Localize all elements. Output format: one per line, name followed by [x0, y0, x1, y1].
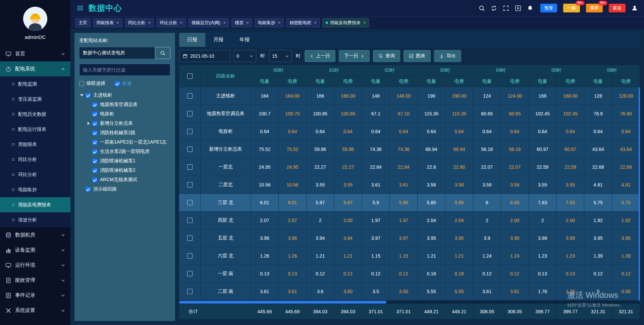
open-tab[interactable]: 环比分析×	[156, 18, 186, 28]
submenu-item[interactable]: 环比分析	[0, 167, 70, 182]
cascade-select-checkbox[interactable]: 级联选择	[79, 80, 105, 87]
close-icon[interactable]: ×	[363, 20, 366, 25]
horizontal-scrollbar[interactable]	[179, 301, 640, 304]
next-day-button[interactable]: 下一日	[339, 50, 370, 62]
sidebar-item-device-monitor[interactable]: 设备监测	[0, 242, 70, 258]
table-row[interactable]: 主进线柜184184.00166166.00148148.00190190.00…	[179, 87, 640, 105]
hamburger-menu-icon[interactable]	[76, 4, 84, 12]
open-tab[interactable]: 精密配电柜×	[286, 18, 320, 28]
row-checkbox[interactable]	[187, 218, 193, 223]
tree-checkbox[interactable]	[92, 112, 97, 117]
table-row[interactable]: 新增分立柜总表75.5275.5259.9659.9674.3674.3668.…	[179, 141, 640, 158]
prev-day-button[interactable]: 上一日	[305, 50, 335, 62]
submenu-item[interactable]: 同比分析	[0, 152, 70, 167]
horizontal-scrollbar-thumb[interactable]	[179, 301, 386, 304]
tree-node[interactable]: 消防喷淋机械泵2	[79, 166, 170, 175]
sidebar-item-home[interactable]: 首页	[0, 46, 70, 61]
close-icon[interactable]: ×	[223, 20, 226, 25]
tree-node[interactable]: 一层南1APE2右一层北1APE1左	[79, 138, 170, 147]
tree-checkbox[interactable]	[92, 102, 97, 107]
open-tab[interactable]: 电能集抄×	[255, 18, 284, 28]
sidebar-item-data-room[interactable]: 数据机房	[0, 227, 70, 242]
row-checkbox[interactable]	[187, 289, 193, 294]
select-all-checkbox[interactable]: 全选	[115, 80, 131, 87]
submenu-item[interactable]: 配电运行报表	[0, 122, 70, 137]
row-checkbox[interactable]	[187, 93, 193, 99]
table-row[interactable]: 二层 南3.613.613.63.603.53.505.555.553.613.…	[179, 283, 640, 301]
tree-checkbox[interactable]	[86, 93, 91, 98]
hour-to-select[interactable]: 15	[269, 50, 292, 62]
close-icon[interactable]: ×	[180, 20, 182, 25]
sidebar-item-runtime-environment[interactable]: 运行环境	[0, 258, 70, 273]
tree-checkbox[interactable]	[92, 159, 97, 164]
caret-right-icon[interactable]	[86, 122, 91, 125]
tree-checkbox[interactable]	[92, 130, 97, 136]
table-row[interactable]: 电容柜0.640.640.640.640.640.640.640.640.640…	[179, 123, 640, 141]
caret-down-icon[interactable]	[79, 94, 85, 96]
station-search-button[interactable]	[155, 47, 170, 59]
submenu-item[interactable]: 配电历史数据	[0, 107, 70, 122]
user-icon[interactable]	[631, 5, 638, 11]
sidebar-item-energy-management[interactable]: 能效管理	[0, 273, 70, 288]
close-icon[interactable]: ×	[246, 20, 249, 25]
keyword-filter-input[interactable]	[79, 64, 170, 76]
close-icon[interactable]: ×	[148, 20, 151, 25]
tree-checkbox[interactable]	[92, 149, 97, 154]
alert-important-button[interactable]: 重要99+	[586, 4, 603, 12]
tree-node[interactable]: 主进线柜	[79, 91, 170, 100]
open-tab-active[interactable]: 用能及电费报表×	[322, 18, 369, 28]
topbar-translate-icon[interactable]: A	[515, 5, 521, 11]
row-checkbox[interactable]	[187, 200, 193, 205]
table-row[interactable]: 三层 北6.016.015.875.875.95.905.855.8566.00…	[179, 194, 640, 212]
tree-node[interactable]: 电容柜	[79, 109, 170, 119]
submenu-item[interactable]: 用能报表	[0, 137, 70, 152]
chart-button[interactable]: 图表	[404, 50, 431, 62]
table-row[interactable]: 二层北10.5610.563.553.553.613.613.583.583.5…	[179, 176, 640, 194]
row-checkbox[interactable]	[187, 164, 193, 170]
topbar-notification-icon[interactable]	[527, 5, 533, 11]
submenu-item[interactable]: 用能及电费报表	[0, 197, 70, 212]
open-tab[interactable]: 主页	[75, 18, 91, 28]
row-checkbox[interactable]	[187, 111, 193, 116]
tree-checkbox[interactable]	[92, 121, 97, 126]
report-tab-active[interactable]: 日报	[179, 33, 205, 47]
tree-checkbox[interactable]	[86, 187, 91, 192]
submenu-item[interactable]: 谐波分析	[0, 212, 70, 227]
open-tab[interactable]: 用能报表×	[93, 18, 122, 28]
submenu-item[interactable]: 配电监测	[0, 76, 70, 92]
row-checkbox[interactable]	[187, 129, 193, 134]
vertical-scrollbar[interactable]	[639, 87, 640, 301]
sidebar-item-event-log[interactable]: 事件记录	[0, 288, 70, 303]
tree-checkbox[interactable]	[92, 140, 97, 145]
topbar-refresh-icon[interactable]	[491, 5, 497, 11]
sidebar-item-distribution-system[interactable]: 配电系统	[0, 61, 70, 76]
select-all-rows-checkbox[interactable]	[187, 73, 193, 79]
row-checkbox[interactable]	[187, 271, 193, 276]
submenu-item[interactable]: 变压器监测	[0, 92, 70, 107]
open-tab[interactable]: 楼层×	[231, 18, 252, 28]
tree-node[interactable]: 新增分立柜总表	[79, 119, 170, 128]
tree-node[interactable]: ARCM无线表测试	[79, 175, 170, 184]
report-tab-item[interactable]: 年报	[231, 33, 258, 47]
tree-node[interactable]: 消防喷淋机械泵1	[79, 156, 170, 166]
table-row[interactable]: 六层 北1.261.261.211.211.151.151.211.211.24…	[179, 247, 640, 265]
row-checkbox[interactable]	[187, 182, 193, 187]
open-tab[interactable]: 视频监控(内网)×	[188, 18, 229, 28]
close-icon[interactable]: ×	[116, 20, 119, 25]
topbar-fullscreen-icon[interactable]	[503, 5, 509, 11]
table-row[interactable]: 一层 南0.130.130.120.120.120.120.180.180.12…	[179, 265, 640, 283]
submenu-item[interactable]: 电能集抄	[0, 182, 70, 197]
report-tab-item[interactable]: 月报	[205, 33, 231, 47]
tree-checkbox[interactable]	[92, 177, 97, 182]
topbar-search-icon[interactable]	[479, 5, 485, 11]
close-icon[interactable]: ×	[314, 20, 317, 25]
alert-general-button[interactable]: 一般99+	[563, 4, 580, 12]
row-checkbox[interactable]	[187, 235, 193, 241]
open-tab[interactable]: 同比分析×	[125, 18, 154, 28]
sidebar-item-system-settings[interactable]: 系统设置	[0, 303, 70, 318]
export-button[interactable]: 导出	[434, 50, 461, 62]
row-checkbox[interactable]	[187, 253, 193, 259]
hour-from-select[interactable]: 0	[233, 50, 256, 62]
table-row[interactable]: 四层 北2.072.0722.001.971.972.042.0422.0022…	[179, 212, 640, 229]
alert-urgent-button[interactable]: 紧急	[609, 4, 626, 12]
